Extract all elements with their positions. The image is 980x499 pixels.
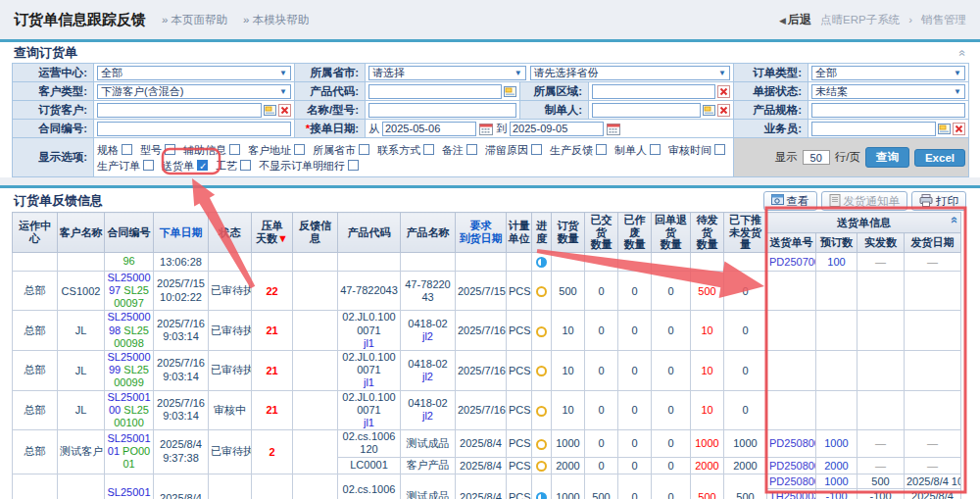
col-order-date[interactable]: 下单日期: [154, 213, 209, 253]
view-button[interactable]: 查看: [763, 191, 817, 211]
collapse-section-icon[interactable]: «: [956, 49, 970, 56]
breadcrumb-system[interactable]: 点晴ERP子系统: [820, 13, 900, 27]
customer-type-select[interactable]: 下游客户(含混合)▼: [97, 84, 291, 99]
order-type-select[interactable]: 全部▼: [811, 66, 965, 80]
query-section: 查询订货单 « 运营中心: 全部▼ 所属省市: 请选择▼ 请先选择省份▼ 订单类…: [0, 42, 980, 177]
order-customer-input[interactable]: [97, 103, 262, 118]
checkbox[interactable]: [294, 144, 305, 155]
display-option[interactable]: 辅助信息: [183, 142, 240, 158]
lookup-icon[interactable]: [504, 85, 516, 98]
display-option[interactable]: 生产反馈: [550, 142, 607, 158]
result-section: 订货单反馈信息 查看 发货通知单 打印 运作中心 客户名称 合同编号 下单日期 …: [0, 188, 980, 499]
checkbox[interactable]: [596, 144, 607, 155]
breadcrumb-module[interactable]: 销售管理: [921, 13, 966, 27]
rows-per-page-label: 显示: [775, 150, 798, 165]
col-req-date[interactable]: 要求 到货日期: [456, 213, 507, 253]
filter-form: 运营中心: 全部▼ 所属省市: 请选择▼ 请先选择省份▼ 订单类型: 全部▼ 客…: [12, 63, 969, 177]
checkbox[interactable]: [423, 144, 434, 155]
expand-columns-icon[interactable]: »: [946, 217, 960, 224]
calendar-icon[interactable]: [607, 123, 620, 135]
cell-progress: [532, 252, 552, 271]
salesman-label: 业务员:: [734, 120, 808, 138]
rows-per-page-input[interactable]: [803, 150, 830, 165]
checkbox[interactable]: [531, 144, 542, 155]
display-option[interactable]: 制单人: [614, 142, 661, 158]
col-delivery-actual: 实发数: [858, 233, 905, 253]
product-code-input[interactable]: [368, 84, 502, 99]
clear-icon[interactable]: [717, 85, 730, 98]
checkbox[interactable]: [650, 144, 661, 155]
clear-icon[interactable]: [278, 104, 291, 117]
product-code-label: 产品代码:: [295, 82, 366, 101]
date-to-input[interactable]: [510, 122, 604, 136]
query-button[interactable]: 查询: [865, 147, 909, 168]
checkbox[interactable]: [143, 160, 154, 171]
col-product-code: 产品代码: [338, 213, 401, 253]
cell-progress: [532, 271, 552, 311]
col-delivered: 已交货 数量: [585, 213, 618, 253]
col-qty: 订货 数量: [552, 213, 585, 253]
checkbox[interactable]: [466, 144, 477, 155]
display-option[interactable]: 生产订单: [97, 158, 154, 174]
calendar-icon[interactable]: [479, 123, 493, 135]
table-row: 96 13:06:28 PD2507005 100 — —: [13, 252, 961, 271]
sort-desc-icon: ▼: [277, 232, 288, 244]
checkbox[interactable]: [229, 144, 240, 155]
checkbox[interactable]: [348, 160, 359, 171]
product-spec-input[interactable]: [811, 103, 965, 118]
display-option[interactable]: 规格: [97, 142, 132, 158]
col-days[interactable]: 压单 天数▼: [252, 213, 293, 253]
cell-qty: 500: [552, 271, 585, 311]
lookup-icon[interactable]: [703, 104, 715, 117]
clear-icon[interactable]: [717, 104, 730, 117]
table-row: 总部 JL SL2500100 SL2500100 2025/7/169:03:…: [13, 390, 961, 430]
checkbox[interactable]: [240, 160, 251, 171]
col-pushed: 已下推 未发货量: [724, 213, 767, 253]
display-option[interactable]: 所属省市: [313, 142, 369, 158]
cell-delivery-no[interactable]: PD2507005: [767, 252, 816, 271]
col-returned: 回单退货 数量: [652, 213, 691, 253]
maker-input[interactable]: [592, 103, 701, 118]
cell-feedback: [293, 271, 338, 311]
display-option[interactable]: 型号: [140, 142, 175, 158]
region-input[interactable]: [592, 84, 715, 99]
doc-status-select[interactable]: 未结案▼: [811, 84, 965, 99]
table-row: 总部 JL SL2500099 SL2500099 2025/7/169:03:…: [13, 351, 961, 391]
cell-delivery-no: PD2508002 TH2500034 PD2508002: [767, 474, 816, 499]
date-from-input[interactable]: [382, 122, 476, 136]
receive-date-label: *接单日期:: [295, 120, 366, 138]
back-button[interactable]: ◀后退: [779, 12, 811, 28]
province-select[interactable]: 请选择▼: [368, 66, 526, 80]
print-button[interactable]: 打印: [911, 191, 966, 211]
breadcrumb: ◀后退 点晴ERP子系统 › 销售管理: [779, 12, 966, 28]
checkbox[interactable]: [359, 144, 369, 155]
chevron-down-icon: ▼: [954, 87, 961, 96]
contract-no-input[interactable]: [97, 122, 291, 136]
cell-customer: [58, 252, 105, 271]
module-help-link[interactable]: » 本模块帮助: [243, 13, 309, 27]
display-option[interactable]: 工艺: [216, 158, 251, 174]
salesman-input[interactable]: [811, 122, 936, 136]
display-option[interactable]: 审核时间: [668, 142, 725, 158]
display-option[interactable]: 客户地址: [248, 142, 305, 158]
name-model-input[interactable]: [368, 103, 516, 118]
checkbox[interactable]: [714, 144, 725, 155]
page-help-link[interactable]: » 本页面帮助: [162, 13, 227, 27]
printer-icon: [919, 194, 933, 209]
excel-button[interactable]: Excel: [914, 149, 965, 167]
display-option[interactable]: 联系方式: [377, 142, 434, 158]
lookup-icon[interactable]: [938, 123, 951, 135]
checkbox[interactable]: [165, 144, 175, 155]
delivery-notice-button[interactable]: 发货通知单: [821, 191, 908, 211]
checkbox-checked[interactable]: [197, 160, 208, 171]
clear-icon[interactable]: [953, 123, 965, 135]
operation-center-select[interactable]: 全部▼: [97, 66, 291, 80]
display-option[interactable]: 备注: [442, 142, 477, 158]
city-select[interactable]: 请先选择省份▼: [530, 66, 730, 80]
lookup-icon[interactable]: [264, 104, 276, 117]
display-option[interactable]: 滞留原因: [485, 142, 542, 158]
checkbox[interactable]: [122, 144, 132, 155]
cell-delivery-plan: 1000 -100 500: [816, 474, 858, 499]
display-option[interactable]: 不显示订单明细行: [259, 158, 359, 174]
display-option-delivery-note[interactable]: 送货单: [162, 158, 208, 174]
